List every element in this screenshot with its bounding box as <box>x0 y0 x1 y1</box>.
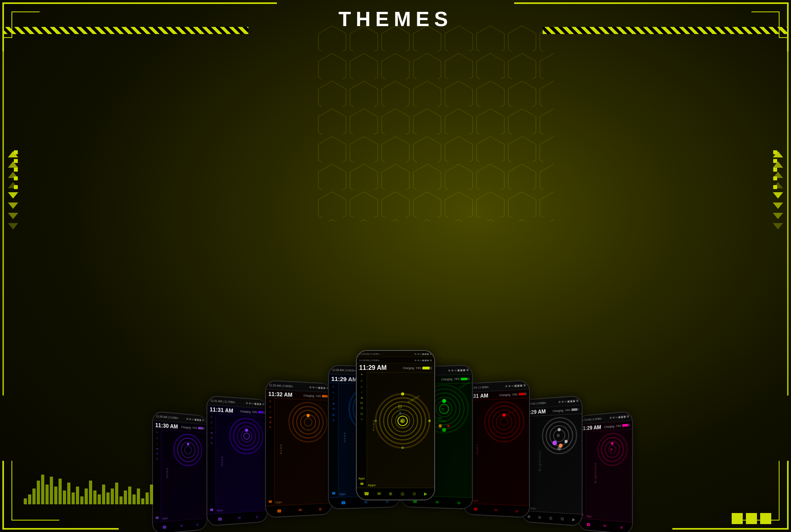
accent-sq-1 <box>732 513 743 524</box>
accent-sq-2 <box>746 513 757 524</box>
svg-point-55 <box>375 420 377 422</box>
svg-point-89 <box>553 441 557 445</box>
svg-point-97 <box>611 442 613 445</box>
eq-bar <box>150 485 153 504</box>
phone-cl3-apps: Apps <box>217 509 223 512</box>
frame-bl <box>0 461 119 532</box>
svg-point-76 <box>485 401 524 442</box>
svg-marker-19 <box>773 223 783 229</box>
svg-point-30 <box>244 433 250 439</box>
svg-marker-8 <box>8 192 18 199</box>
svg-point-28 <box>241 430 252 442</box>
phone-cr2-apps: Apps <box>472 499 478 502</box>
eq-bar <box>146 492 149 504</box>
phone-cr4-apps: Apps <box>586 515 592 518</box>
left-chevrons <box>7 150 19 230</box>
svg-point-23 <box>185 446 192 454</box>
svg-point-53 <box>428 420 431 422</box>
svg-point-73 <box>439 424 442 428</box>
eq-bar <box>119 496 123 504</box>
svg-point-68 <box>442 399 446 403</box>
phone-far-left: 11:30 AM | 0.1KB/s ⊕ ⊗ ∞ ▣▣▣ ⊠ 11:30 AM … <box>152 411 208 532</box>
svg-marker-12 <box>773 151 783 157</box>
svg-rect-1 <box>316 24 554 222</box>
svg-text:Jan: Jan <box>438 417 442 419</box>
page-title: THEMES <box>0 7 791 31</box>
svg-point-74 <box>442 428 446 432</box>
phone-cl1-apps: Apps <box>339 492 346 495</box>
phone-cr3-apps: Apps <box>530 507 536 510</box>
svg-point-75 <box>447 425 450 427</box>
svg-marker-14 <box>773 172 783 178</box>
svg-marker-17 <box>773 203 783 209</box>
phone-center-apps: Apps <box>368 483 376 487</box>
svg-point-54 <box>401 447 404 449</box>
svg-text:⚙: ⚙ <box>556 433 560 438</box>
svg-text:⊙: ⊙ <box>441 407 444 411</box>
svg-point-52 <box>401 392 404 396</box>
svg-marker-11 <box>8 223 18 229</box>
svg-text:))): ))) <box>398 404 402 409</box>
svg-text:⚙: ⚙ <box>610 448 612 452</box>
svg-marker-7 <box>8 182 18 188</box>
eq-bar <box>128 487 131 504</box>
svg-marker-10 <box>8 213 18 219</box>
phone-fourth-right: 11:29 AM | 0.0KB/s ⊕ ⊗ ∞ ▣▣▣ ⊠ 11:29 AM … <box>521 395 583 526</box>
svg-point-35 <box>305 418 312 426</box>
phone-second-left: 11:31 AM | 11.7KB/s ⊕ ⊗ ∞ ▣▣▣ ⊠ 11:31 AM… <box>206 395 268 526</box>
accent-squares <box>732 513 771 524</box>
eq-bar <box>132 494 136 504</box>
svg-text:Thursday: Thursday <box>436 420 446 422</box>
phone-far-right: 11:29 AM | 0.1KB/s ⊕ ⊗ ∞ ▣▣▣ ⊠ 11:29 AM … <box>578 411 633 532</box>
right-chevrons <box>772 150 784 230</box>
svg-marker-15 <box>773 182 783 188</box>
svg-marker-13 <box>773 161 783 168</box>
eq-bar <box>124 490 127 504</box>
phone-third-left: 11:32 AM | 0.9KB/s ⊕ ⊗ ∞ ▣▣▣ ⊠ 11:32 AM … <box>265 380 332 518</box>
hex-pattern-bg <box>316 24 554 222</box>
svg-marker-16 <box>773 192 783 199</box>
svg-point-24 <box>187 443 189 445</box>
phone-cl2-apps: Apps <box>276 501 282 504</box>
svg-marker-4 <box>8 151 18 157</box>
left-side-bar <box>0 40 8 396</box>
svg-marker-18 <box>773 213 783 219</box>
svg-text:⚙: ⚙ <box>400 420 403 423</box>
phone-cl4-apps: Apps <box>162 517 168 520</box>
svg-point-25 <box>230 418 263 454</box>
eq-bar <box>137 488 140 504</box>
right-side-bar <box>783 40 791 396</box>
svg-point-31 <box>289 402 327 442</box>
svg-point-80 <box>500 418 508 426</box>
eq-bar <box>141 498 144 504</box>
svg-point-87 <box>558 428 561 431</box>
phone-center: 11:29 AM | 0.2KB/s ··· ⊕ ⊗ ∞ ▣▣▣ ⊠ 11:29… <box>356 350 435 500</box>
svg-point-29 <box>245 429 248 432</box>
svg-marker-9 <box>8 203 18 209</box>
svg-text:ʙ: ʙ <box>399 411 401 415</box>
svg-marker-6 <box>8 172 18 178</box>
svg-point-91 <box>564 440 568 443</box>
svg-marker-5 <box>8 161 18 168</box>
accent-sq-3 <box>760 513 771 524</box>
